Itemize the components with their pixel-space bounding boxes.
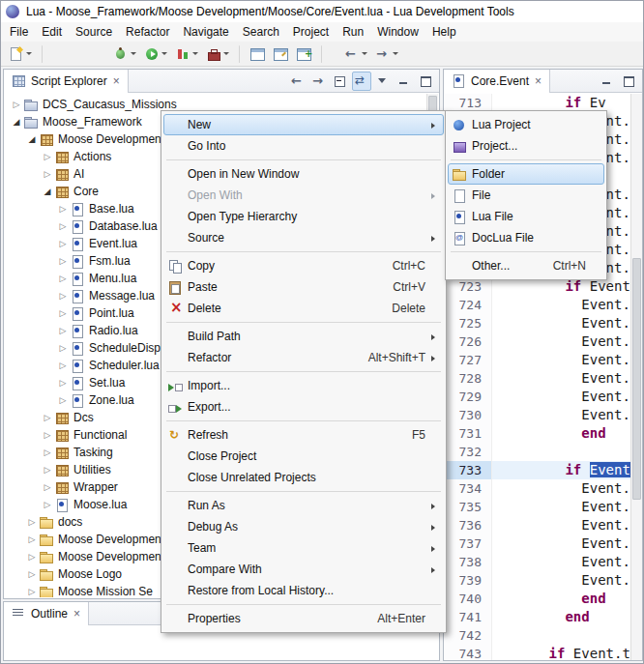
twisty-icon[interactable] — [56, 378, 70, 388]
plain-text: Event. — [590, 278, 630, 294]
twisty-icon[interactable] — [25, 552, 39, 562]
view-toolbar-button[interactable] — [416, 72, 435, 91]
view-toolbar-button[interactable] — [373, 72, 393, 91]
close-icon[interactable] — [73, 607, 81, 621]
toolbar-button[interactable] — [247, 43, 268, 65]
editor-scrollbar[interactable] — [630, 94, 642, 660]
twisty-icon[interactable] — [25, 534, 39, 544]
toolbar-button[interactable] — [110, 43, 139, 65]
toolbar-button[interactable] — [203, 43, 232, 65]
context-menu-item[interactable]: Team — [163, 537, 444, 559]
twisty-icon[interactable] — [56, 361, 70, 370]
twisty-icon[interactable] — [41, 482, 54, 492]
toolbar-button[interactable] — [141, 43, 170, 65]
context-menu-item[interactable]: Restore from Local History... — [163, 580, 444, 601]
context-menu-item[interactable]: Refresh F5 — [163, 424, 444, 446]
menubar-item[interactable]: Refactor — [119, 23, 176, 41]
twisty-icon[interactable] — [41, 187, 54, 196]
tab-outline[interactable]: Outline — [4, 602, 89, 625]
twisty-icon[interactable] — [56, 274, 70, 283]
toolbar-button[interactable] — [372, 43, 401, 65]
context-menu-item[interactable]: Refactor Alt+Shift+T — [163, 347, 444, 368]
toolbar-button[interactable] — [293, 43, 314, 65]
context-menu-item[interactable]: Import... — [163, 375, 444, 396]
context-menu-item[interactable]: Build Path — [163, 326, 444, 347]
editor-toolbar-button[interactable] — [598, 72, 617, 91]
plain-text: Event.I — [581, 297, 630, 312]
view-toolbar-button[interactable] — [352, 72, 371, 91]
menubar-item[interactable]: Help — [425, 23, 463, 41]
tab-core-event[interactable]: Core.Event — [444, 70, 550, 93]
twisty-icon[interactable] — [56, 204, 70, 214]
twisty-icon[interactable] — [41, 413, 54, 422]
close-icon[interactable] — [534, 74, 542, 88]
twisty-icon[interactable] — [41, 500, 54, 509]
twisty-icon[interactable] — [56, 343, 70, 353]
twisty-icon[interactable] — [25, 569, 39, 579]
tab-script-explorer[interactable]: Script Explorer — [4, 70, 129, 93]
menu-item-label: Paste — [188, 280, 381, 294]
twisty-icon[interactable] — [56, 291, 70, 301]
twisty-icon[interactable] — [56, 221, 70, 231]
submenu-item[interactable]: Project... — [448, 135, 604, 157]
toolbar-button[interactable] — [6, 43, 35, 65]
twisty-icon[interactable] — [41, 430, 54, 440]
twisty-icon[interactable] — [25, 587, 39, 596]
editor-toolbar-button[interactable] — [619, 72, 638, 91]
context-menu-item[interactable]: Compare With — [163, 559, 444, 580]
twisty-icon[interactable] — [56, 239, 70, 248]
context-menu-item[interactable]: Close Unrelated Projects — [163, 467, 444, 488]
toolbar-button[interactable] — [270, 43, 291, 65]
twisty-icon[interactable] — [25, 517, 39, 527]
context-menu-item[interactable]: Open in New Window — [163, 163, 444, 185]
context-menu-item[interactable]: Copy Ctrl+C — [163, 255, 444, 276]
twisty-icon[interactable] — [56, 395, 70, 405]
submenu-item[interactable]: Lua Project — [448, 114, 604, 135]
context-menu-item[interactable]: Export... — [163, 396, 444, 418]
menubar-item[interactable]: Run — [336, 23, 370, 41]
submenu-item[interactable]: File — [448, 185, 604, 206]
menubar-item[interactable]: Edit — [35, 23, 69, 41]
toolbar-button[interactable] — [341, 43, 370, 65]
context-menu-item[interactable]: Open Type Hierarchy — [163, 206, 444, 227]
context-menu-item[interactable]: Close Project — [163, 446, 444, 467]
context-menu-item[interactable]: Paste Ctrl+V — [163, 276, 444, 298]
context-menu-item[interactable]: New — [163, 114, 444, 135]
menubar-item[interactable]: Search — [236, 23, 286, 41]
submenu-item[interactable]: Lua File — [448, 206, 604, 227]
twisty-icon[interactable] — [56, 326, 70, 335]
twisty-icon[interactable] — [10, 117, 23, 127]
menubar-item[interactable]: Navigate — [176, 23, 235, 41]
editor-scrollbar-thumb[interactable] — [632, 258, 641, 500]
context-menu-item[interactable]: Source — [163, 227, 444, 248]
twisty-icon[interactable] — [41, 447, 54, 457]
view-toolbar-button[interactable] — [395, 72, 414, 91]
twisty-icon[interactable] — [41, 169, 54, 179]
close-icon[interactable] — [112, 74, 121, 88]
menu-item-label: Delete — [188, 302, 380, 315]
menubar-item[interactable]: Project — [286, 23, 336, 41]
dropdown-caret-icon — [161, 52, 167, 55]
twisty-icon[interactable] — [10, 100, 23, 109]
menubar-item[interactable]: Window — [370, 23, 425, 41]
code-text: Event.I — [492, 332, 630, 351]
menubar-item[interactable]: File — [3, 23, 35, 41]
context-menu-item[interactable]: Go Into — [163, 135, 444, 157]
twisty-icon[interactable] — [41, 152, 54, 161]
menubar-item[interactable]: Source — [69, 23, 119, 41]
view-toolbar-button[interactable] — [331, 72, 350, 91]
twisty-icon[interactable] — [25, 134, 39, 144]
context-menu-item[interactable]: Debug As — [163, 516, 444, 537]
context-menu-item[interactable]: Run As — [163, 495, 444, 516]
context-menu-item[interactable]: Delete Delete — [163, 298, 444, 319]
twisty-icon[interactable] — [56, 308, 70, 318]
view-toolbar-button[interactable] — [288, 72, 307, 91]
submenu-item[interactable]: Folder — [448, 163, 604, 185]
context-menu-item[interactable]: Properties Alt+Enter — [163, 608, 444, 629]
view-toolbar-button[interactable] — [309, 72, 329, 91]
twisty-icon[interactable] — [56, 256, 70, 266]
toolbar-button[interactable] — [172, 43, 201, 65]
submenu-item[interactable]: DocLua File — [448, 227, 604, 248]
submenu-item[interactable]: Other... Ctrl+N — [448, 255, 604, 276]
twisty-icon[interactable] — [41, 465, 54, 475]
